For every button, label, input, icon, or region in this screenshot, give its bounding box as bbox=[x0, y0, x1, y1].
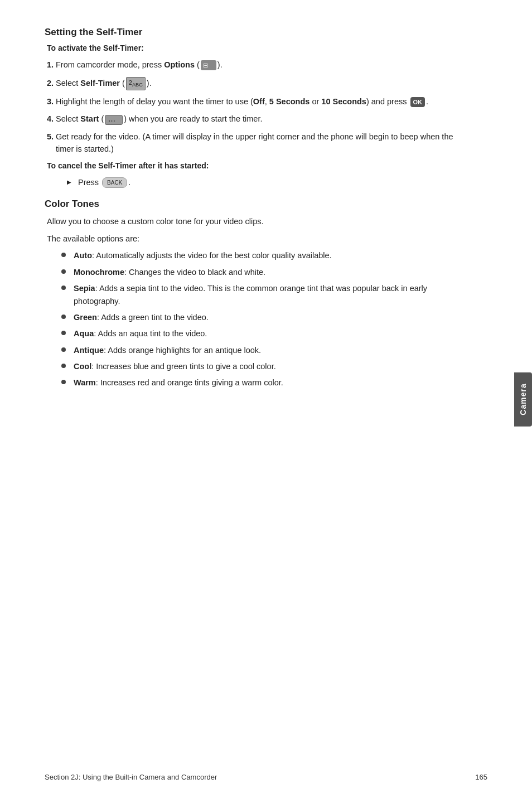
section-title: Setting the Self-Timer bbox=[45, 27, 457, 38]
color-tones-title: Color Tones bbox=[45, 199, 457, 210]
cancel-step: Press BACK. bbox=[67, 177, 457, 189]
selftimer-icon: 2ABC bbox=[126, 77, 146, 90]
color-option-monochrome: Monochrome: Changes the video to black a… bbox=[61, 266, 457, 279]
step2-bold-selftimer: Self-Timer bbox=[80, 79, 120, 88]
step-4: Select Start () when you are ready to st… bbox=[56, 113, 457, 125]
step-2: Select Self-Timer (2ABC). bbox=[56, 77, 457, 90]
color-cool-label: Cool bbox=[74, 362, 91, 371]
color-option-cool: Cool: Increases blue and green tints to … bbox=[61, 360, 457, 373]
color-antique-label: Antique bbox=[74, 346, 104, 355]
step3-bold-10sec: 10 Seconds bbox=[321, 97, 366, 106]
footer: Section 2J: Using the Built-in Camera an… bbox=[0, 773, 532, 781]
back-icon: BACK bbox=[102, 177, 127, 188]
step3-bold-off: Off bbox=[253, 97, 265, 106]
color-sepia-text: : Adds a sepia tint to the video. This i… bbox=[74, 284, 427, 306]
step3-text: Highlight the length of delay you want t… bbox=[56, 97, 428, 106]
color-option-sepia: Sepia: Adds a sepia tint to the video. T… bbox=[61, 282, 457, 308]
step4-text-after: when you are ready to start the timer. bbox=[129, 114, 262, 123]
color-option-green: Green: Adds a green tint to the video. bbox=[61, 311, 457, 324]
cancel-heading: To cancel the Self-Timer after it has st… bbox=[47, 161, 457, 170]
side-tab-camera: Camera bbox=[514, 372, 532, 426]
color-sepia-label: Sepia bbox=[74, 284, 95, 293]
color-monochrome-text: : Changes the video to black and white. bbox=[124, 268, 265, 277]
color-aqua-label: Aqua bbox=[74, 329, 94, 338]
activate-heading: To activate the Self-Timer: bbox=[47, 43, 457, 52]
color-tones-intro1: Allow you to choose a custom color tone … bbox=[47, 215, 457, 228]
color-options-list: Auto: Automatically adjusts the video fo… bbox=[61, 249, 457, 389]
color-warm-label: Warm bbox=[74, 378, 96, 387]
step1-bold-options: Options bbox=[164, 60, 195, 69]
step5-text: Get ready for the video. (A timer will d… bbox=[56, 132, 453, 153]
color-antique-text: : Adds orange highlights for an antique … bbox=[104, 346, 261, 355]
step-1: From camcorder mode, press Options (). bbox=[56, 59, 457, 71]
cancel-press-label: Press bbox=[78, 178, 101, 187]
color-warm-text: : Increases red and orange tints giving … bbox=[96, 378, 283, 387]
color-aqua-text: : Adds an aqua tint to the video. bbox=[94, 329, 207, 338]
step-5: Get ready for the video. (A timer will d… bbox=[56, 131, 457, 156]
step3-bold-5sec: 5 Seconds bbox=[269, 97, 310, 106]
steps-list: From camcorder mode, press Options (). S… bbox=[56, 59, 457, 156]
step4-bold-start: Start bbox=[80, 114, 99, 123]
color-option-aqua: Aqua: Adds an aqua tint to the video. bbox=[61, 327, 457, 340]
step2-text-before: Select bbox=[56, 79, 80, 88]
color-option-warm: Warm: Increases red and orange tints giv… bbox=[61, 376, 457, 389]
color-auto-text: : Automatically adjusts the video for th… bbox=[92, 251, 332, 260]
color-auto-label: Auto bbox=[74, 251, 92, 260]
options-icon bbox=[201, 60, 216, 70]
footer-page-number: 165 bbox=[475, 773, 487, 781]
step-3: Highlight the length of delay you want t… bbox=[56, 96, 457, 108]
color-option-antique: Antique: Adds orange highlights for an a… bbox=[61, 344, 457, 357]
step4-text-before: Select bbox=[56, 114, 80, 123]
start-icon bbox=[105, 115, 123, 125]
step1-text-before: From camcorder mode, press bbox=[56, 60, 164, 69]
color-monochrome-label: Monochrome bbox=[74, 268, 124, 277]
cancel-list: Press BACK. bbox=[67, 177, 457, 189]
cancel-period: . bbox=[128, 178, 130, 187]
color-tones-section: Color Tones Allow you to choose a custom… bbox=[45, 199, 457, 389]
color-option-auto: Auto: Automatically adjusts the video fo… bbox=[61, 249, 457, 262]
color-tones-intro2: The available options are: bbox=[47, 233, 457, 245]
ok-icon: OK bbox=[410, 97, 425, 108]
footer-left-text: Section 2J: Using the Built-in Camera an… bbox=[45, 773, 217, 781]
color-cool-text: : Increases blue and green tints to give… bbox=[91, 362, 275, 371]
color-green-label: Green bbox=[74, 313, 97, 322]
color-green-text: : Adds a green tint to the video. bbox=[97, 313, 209, 322]
